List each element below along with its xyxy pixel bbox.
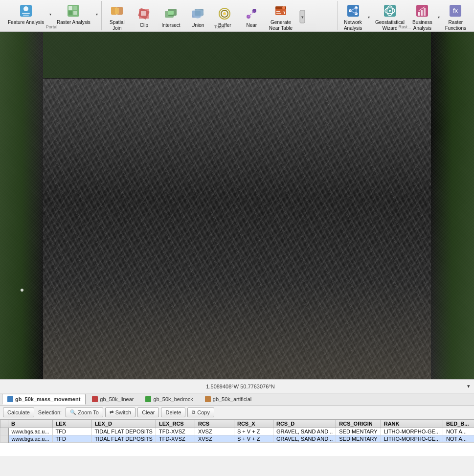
svg-rect-3 — [23, 15, 29, 16]
col-header-LEX[interactable]: LEX — [52, 420, 91, 428]
svg-rect-11 — [115, 8, 119, 14]
rast-group: NetworkAnalysis ▾ GeostatisticalWizard — [338, 1, 472, 30]
zoom-to-label: Zoom To — [78, 409, 99, 415]
svg-rect-2 — [22, 13, 30, 14]
portal-group-label: Portal — [2, 24, 101, 29]
svg-point-44 — [389, 10, 391, 12]
row-indicator — [0, 435, 8, 443]
spatial-join-icon — [109, 3, 125, 19]
raster-functions-icon: fx — [448, 3, 463, 19]
table-cell[interactable]: LITHO-MORPHO-GE... — [381, 435, 443, 443]
col-header-LEX_RCS[interactable]: LEX_RCS — [156, 420, 195, 428]
switch-button[interactable]: ⇄ Switch — [105, 408, 135, 417]
tab-icon-bedrock — [145, 396, 151, 402]
map-top-area — [43, 32, 431, 78]
table-row[interactable]: www.bgs.ac.u...TFDTIDAL FLAT DEPOSITSTFD… — [0, 428, 474, 435]
table-cell[interactable]: XVSZ — [195, 428, 234, 435]
map-terrain — [43, 78, 431, 379]
tab-label-linear: gb_50k_linear — [100, 396, 134, 402]
tab-label-artificial: gb_50k_artificial — [213, 396, 252, 402]
table-cell[interactable]: www.bgs.ac.u... — [8, 435, 53, 443]
col-header-RANK[interactable]: RANK — [381, 420, 443, 428]
svg-rect-48 — [424, 8, 426, 16]
table-cell[interactable]: TIDAL FLAT DEPOSITS — [91, 435, 156, 443]
tab-label-bedrock: gb_50k_bedrock — [153, 396, 193, 402]
svg-text:fx: fx — [453, 7, 458, 14]
table-cell[interactable]: NOT A... — [443, 435, 474, 443]
feature-analysis-arrow[interactable]: ▾ — [48, 2, 53, 26]
col-header-row-indicator — [0, 420, 8, 428]
table-cell[interactable]: S + V + Z — [234, 435, 273, 443]
attribute-toolbar: Calculate Selection: 🔍 Zoom To ⇄ Switch … — [0, 406, 474, 419]
clear-button[interactable]: Clear — [137, 408, 159, 417]
map-right-vegetation — [431, 32, 474, 379]
svg-rect-17 — [168, 11, 174, 15]
table-cell[interactable]: TIDAL FLAT DEPOSITS — [91, 428, 156, 435]
svg-rect-28 — [276, 11, 280, 12]
map-image-border-top — [43, 78, 431, 79]
tab-icon-artificial — [205, 396, 211, 402]
rast-group-label: Rast... — [338, 24, 472, 29]
copy-label: Copy — [197, 409, 210, 415]
tab-gb_50k_linear[interactable]: gb_50k_linear — [87, 394, 139, 405]
raster-analysis-arrow[interactable]: ▾ — [94, 2, 99, 26]
copy-button[interactable]: ⧉ Copy — [187, 408, 214, 417]
calculate-button[interactable]: Calculate — [3, 408, 34, 417]
main-toolbar: Feature Analysis ▾ Raster Analysis ▾ Por… — [0, 0, 474, 32]
coordinate-dropdown[interactable]: ▾ — [467, 383, 470, 389]
table-cell[interactable]: www.bgs.ac.u... — [8, 428, 53, 435]
table-cell[interactable]: SEDIMENTARY — [336, 428, 381, 435]
tools-group: SpatialJoin Clip — [102, 1, 338, 30]
table-cell[interactable]: GRAVEL, SAND AND... — [273, 428, 336, 435]
table-cell[interactable]: NOT A... — [443, 428, 474, 435]
table-cell[interactable]: LITHO-MORPHO-GE... — [381, 428, 443, 435]
selection-label: Selection: — [36, 409, 64, 415]
col-header-LEX_D[interactable]: LEX_D — [91, 420, 156, 428]
union-icon — [190, 6, 205, 22]
switch-icon-sym: ⇄ — [110, 409, 113, 415]
tab-gb_50k_bedrock[interactable]: gb_50k_bedrock — [140, 394, 198, 405]
raster-analysis-icon — [66, 3, 81, 19]
zoom-to-button[interactable]: 🔍 Zoom To — [66, 408, 103, 417]
col-header-BED_B[interactable]: BED_B... — [443, 420, 474, 428]
col-header-RCS[interactable]: RCS — [195, 420, 234, 428]
svg-point-22 — [223, 12, 226, 15]
attribute-table-container: B LEX LEX_D LEX_RCS RCS RCS_X RCS_D RCS_… — [0, 419, 474, 456]
map-left-vegetation — [0, 32, 43, 379]
geostatistical-wizard-icon — [382, 3, 398, 19]
zoom-to-icon-sym: 🔍 — [70, 409, 76, 415]
table-cell[interactable]: TFD — [52, 428, 91, 435]
svg-text:▾: ▾ — [301, 15, 304, 20]
table-cell[interactable]: TFD — [52, 435, 91, 443]
delete-button[interactable]: Delete — [161, 408, 185, 417]
table-cell[interactable]: TFD-XVSZ — [156, 435, 195, 443]
table-cell[interactable]: S + V + Z — [234, 428, 273, 435]
terrain-bottom-tint — [43, 281, 431, 379]
copy-icon-sym: ⧉ — [192, 409, 195, 415]
portal-group: Feature Analysis ▾ Raster Analysis ▾ Por… — [2, 1, 102, 30]
table-cell[interactable]: XVSZ — [195, 435, 234, 443]
tab-gb_50k_artificial[interactable]: gb_50k_artificial — [200, 394, 257, 405]
table-cell[interactable]: GRAVEL, SAND AND... — [273, 435, 336, 443]
delete-label: Delete — [165, 409, 181, 415]
switch-label: Switch — [115, 409, 131, 415]
layer-tab-bar: gb_50k_mass_movement gb_50k_linear gb_50… — [0, 393, 474, 406]
clip-icon — [136, 6, 152, 22]
svg-rect-47 — [421, 10, 423, 16]
intersect-icon — [163, 6, 179, 22]
buffer-icon — [217, 6, 232, 22]
col-header-B[interactable]: B — [8, 420, 53, 428]
col-header-RCS_ORIGIN[interactable]: RCS_ORIGIN — [336, 420, 381, 428]
map-view[interactable] — [0, 32, 474, 379]
feature-analysis-button[interactable]: Feature Analysis — [4, 2, 48, 26]
tab-gb_50k_mass_movement[interactable]: gb_50k_mass_movement — [2, 394, 86, 405]
col-header-RCS_X[interactable]: RCS_X — [234, 420, 273, 428]
generate-near-table-icon — [273, 3, 289, 19]
raster-analysis-button[interactable]: Raster Analysis — [53, 2, 94, 26]
table-cell[interactable]: TFD-XVSZ — [156, 428, 195, 435]
table-cell[interactable]: SEDIMENTARY — [336, 435, 381, 443]
feature-analysis-icon — [18, 3, 34, 19]
svg-rect-7 — [68, 11, 72, 15]
col-header-RCS_D[interactable]: RCS_D — [273, 420, 336, 428]
table-row[interactable]: www.bgs.ac.u...TFDTIDAL FLAT DEPOSITSTFD… — [0, 435, 474, 443]
